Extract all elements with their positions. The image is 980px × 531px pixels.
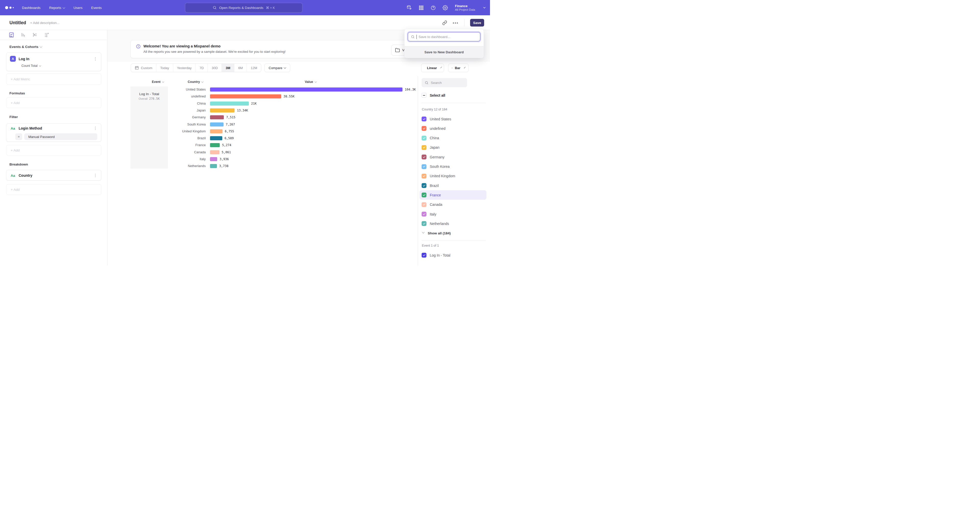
event-row-log-in---total[interactable]: Log In - Total — [420, 250, 487, 260]
checkbox[interactable] — [422, 117, 426, 121]
checkbox[interactable] — [422, 126, 426, 131]
country-row-italy[interactable]: Italy — [420, 209, 487, 219]
check-icon — [423, 117, 426, 120]
date-range-6m[interactable]: 6M — [234, 64, 247, 72]
country-row-germany[interactable]: Germany — [420, 152, 487, 162]
apps-grid-icon[interactable] — [418, 5, 424, 11]
checkbox[interactable] — [422, 221, 426, 226]
kebab-menu-icon[interactable]: ⋮ — [94, 126, 97, 130]
aggregation-selector[interactable]: Count Total — [21, 64, 41, 68]
scale-selector[interactable]: Linear — [421, 63, 444, 72]
country-row-canada[interactable]: Canada — [420, 200, 487, 209]
bar-label: undefined — [169, 94, 206, 98]
settings-gear-icon[interactable] — [442, 5, 448, 11]
filter-card[interactable]: Aa Login Method ⋮ = Manual Password — [6, 124, 101, 142]
checkbox[interactable] — [422, 183, 426, 188]
date-range-3m[interactable]: 3M — [222, 64, 234, 72]
breakdown-section-title: Breakdown — [10, 162, 28, 166]
copy-link-icon[interactable] — [442, 21, 447, 25]
country-row-china[interactable]: China — [420, 133, 487, 143]
top-nav: DashboardsReportsUsersEvents Open Report… — [0, 0, 490, 15]
country-row-brazil[interactable]: Brazil — [420, 181, 487, 190]
add-formula-button[interactable]: + Add — [6, 97, 101, 108]
breakdown-property-name[interactable]: Country — [19, 173, 94, 178]
panel-search-input[interactable]: Search — [422, 78, 467, 87]
tab-retention[interactable] — [44, 32, 49, 38]
bar-row: Japan13.34K — [107, 108, 422, 113]
events-section-title[interactable]: Events & Cohorts — [10, 45, 42, 49]
bar-value: 6,755 — [225, 129, 234, 133]
date-range-custom[interactable]: Custom — [131, 64, 156, 72]
column-header-event[interactable]: Event — [146, 80, 170, 84]
project-switcher[interactable]: Finance All Project Data — [455, 4, 475, 11]
column-header-country[interactable]: Country — [183, 80, 208, 84]
country-row-united-states[interactable]: United States — [420, 114, 487, 124]
breakdown-card[interactable]: Aa Country ⋮ — [6, 170, 101, 181]
indeterminate-checkbox[interactable] — [422, 93, 426, 98]
check-icon — [423, 165, 426, 168]
filter-value-chip[interactable]: Manual Password — [24, 133, 97, 140]
nav-item-reports[interactable]: Reports — [49, 6, 65, 10]
checkbox[interactable] — [422, 164, 426, 169]
nav-item-events[interactable]: Events — [91, 6, 102, 10]
tab-flows[interactable] — [32, 32, 38, 38]
checkbox-label: undefined — [430, 127, 445, 131]
report-title[interactable]: Untitled — [10, 20, 26, 25]
more-actions-icon[interactable]: ••• — [453, 21, 458, 25]
metric-card[interactable]: A Log In ⋮ Count Total — [6, 52, 101, 71]
chevron-down-icon[interactable] — [482, 6, 487, 10]
date-range-30d[interactable]: 30D — [208, 64, 222, 72]
country-row-france[interactable]: France — [420, 190, 487, 200]
add-breakdown-button[interactable]: + Add — [6, 184, 101, 195]
date-range-12m[interactable]: 12M — [247, 64, 261, 72]
country-row-south-korea[interactable]: South Korea — [420, 162, 487, 171]
bar-label: South Korea — [169, 122, 206, 127]
date-range-yesterday[interactable]: Yesterday — [173, 64, 196, 72]
compare-button[interactable]: Compare — [264, 63, 290, 72]
show-all-toggle[interactable]: Show all (184) — [422, 229, 486, 237]
metric-name[interactable]: Log In — [19, 57, 94, 61]
chart-type-selector[interactable]: Bar — [448, 63, 469, 72]
filter-operator-chip[interactable]: = — [15, 133, 22, 140]
checkbox[interactable] — [422, 193, 426, 197]
help-icon[interactable] — [431, 5, 436, 11]
country-row-undefined[interactable]: undefined — [420, 124, 487, 133]
date-range-label: 3M — [226, 66, 230, 70]
nav-item-dashboards[interactable]: Dashboards — [22, 6, 41, 10]
checkbox[interactable] — [422, 212, 426, 217]
kebab-menu-icon[interactable]: ⋮ — [94, 57, 97, 61]
report-main-area: Welcome! You are viewing a Mixpanel demo… — [107, 30, 490, 265]
mixpanel-logo[interactable] — [5, 6, 16, 9]
add-metric-button[interactable]: + Add Metric — [6, 73, 101, 85]
column-header-value[interactable]: Value — [298, 80, 323, 84]
tab-funnels[interactable] — [21, 32, 26, 38]
checkbox[interactable] — [422, 136, 426, 141]
banner-subtitle: All the reports you see are powered by a… — [143, 49, 286, 54]
save-to-new-dashboard-button[interactable]: Save to New Dashboard — [404, 46, 484, 58]
filter-property-name[interactable]: Login Method — [19, 126, 94, 130]
add-filter-button[interactable]: + Add — [6, 145, 101, 155]
checkbox[interactable] — [422, 145, 426, 150]
date-range-7d[interactable]: 7D — [196, 64, 208, 72]
checkbox[interactable] — [422, 174, 426, 179]
description-placeholder[interactable]: + Add description... — [30, 21, 59, 25]
select-all-toggle[interactable]: Select all — [422, 93, 445, 98]
country-row-united-kingdom[interactable]: United Kingdom — [420, 171, 487, 181]
nav-item-label: Events — [91, 6, 102, 10]
nav-item-users[interactable]: Users — [73, 6, 83, 10]
event-column-card[interactable]: Log In - Total Overall276.5K — [130, 86, 168, 169]
checkbox[interactable] — [422, 155, 426, 159]
bar — [210, 157, 217, 161]
country-row-netherlands[interactable]: Netherlands — [420, 219, 487, 228]
checkbox[interactable] — [422, 253, 426, 258]
checkbox-label: Japan — [430, 145, 439, 149]
tab-insights[interactable] — [9, 32, 14, 38]
kebab-menu-icon[interactable]: ⋮ — [94, 173, 97, 178]
country-row-japan[interactable]: Japan — [420, 143, 487, 152]
save-button[interactable]: Save — [470, 19, 484, 27]
date-range-today[interactable]: Today — [156, 64, 173, 72]
data-management-icon[interactable] — [407, 5, 412, 11]
global-search[interactable]: Open Reports & Dashboards ⌘ + K — [185, 3, 302, 13]
checkbox[interactable] — [422, 202, 426, 207]
save-dashboard-search-input[interactable]: Save to dashboard... — [408, 32, 480, 41]
